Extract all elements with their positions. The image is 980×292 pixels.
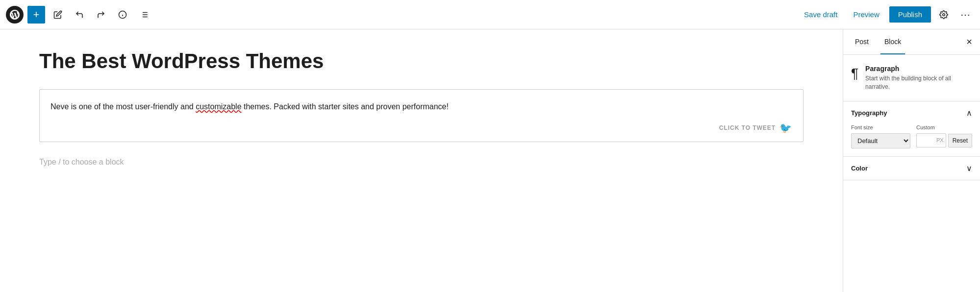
typography-section-header[interactable]: Typography ∧ bbox=[843, 101, 980, 124]
font-size-row: Font size Default Small Normal Medium La… bbox=[851, 124, 972, 148]
undo-icon bbox=[75, 10, 84, 19]
settings-button[interactable] bbox=[935, 6, 953, 24]
main-layout: The Best WordPress Themes Neve is one of… bbox=[0, 29, 980, 292]
typography-section: Typography ∧ Font size Default Small Nor… bbox=[843, 101, 980, 157]
spell-check-word: customizable bbox=[196, 102, 241, 111]
sidebar-tabs: Post Block × bbox=[843, 29, 980, 55]
editor-area: The Best WordPress Themes Neve is one of… bbox=[0, 29, 843, 292]
block-placeholder[interactable]: Type / to choose a block bbox=[39, 154, 804, 170]
custom-label: Custom bbox=[916, 124, 972, 130]
typography-section-title: Typography bbox=[851, 109, 887, 117]
paragraph-block-icon: ¶ bbox=[851, 66, 858, 81]
sidebar-close-button[interactable]: × bbox=[966, 36, 972, 48]
pencil-icon bbox=[53, 10, 62, 19]
click-to-tweet-label: CLICK TO TWEET bbox=[719, 124, 776, 131]
tab-block[interactable]: Block bbox=[880, 29, 905, 54]
color-chevron-icon: ∨ bbox=[966, 164, 972, 173]
tab-post[interactable]: Post bbox=[851, 29, 873, 54]
reset-button[interactable]: Reset bbox=[948, 134, 972, 147]
twitter-icon: 🐦 bbox=[779, 122, 792, 134]
more-options-button[interactable]: ⋯ bbox=[956, 7, 974, 23]
font-size-label: Font size bbox=[851, 124, 910, 130]
px-suffix-label: PX bbox=[934, 137, 946, 143]
color-section-header[interactable]: Color ∨ bbox=[843, 157, 980, 180]
redo-icon bbox=[97, 10, 105, 19]
post-title[interactable]: The Best WordPress Themes bbox=[39, 49, 804, 73]
topbar: + bbox=[0, 0, 980, 29]
sidebar: Post Block × ¶ Paragraph Start with the … bbox=[843, 29, 980, 292]
publish-button[interactable]: Publish bbox=[889, 6, 931, 23]
save-draft-button[interactable]: Save draft bbox=[798, 6, 843, 23]
click-to-tweet-row: CLICK TO TWEET 🐦 bbox=[50, 122, 792, 134]
color-section-title: Color bbox=[851, 165, 868, 172]
block-info-title: Paragraph bbox=[865, 65, 972, 73]
tweet-block: Neve is one of the most user-friendly an… bbox=[39, 89, 804, 142]
wp-logo-icon bbox=[10, 10, 20, 20]
custom-px-input[interactable] bbox=[917, 134, 934, 147]
preview-button[interactable]: Preview bbox=[847, 6, 885, 23]
custom-input-row: PX Reset bbox=[916, 133, 972, 147]
tweet-block-text: Neve is one of the most user-friendly an… bbox=[50, 100, 792, 113]
wp-logo bbox=[6, 6, 24, 24]
block-info-text: Paragraph Start with the building block … bbox=[865, 65, 972, 91]
edit-icon[interactable] bbox=[49, 6, 67, 24]
font-size-select[interactable]: Default Small Normal Medium Large Extra … bbox=[851, 133, 910, 148]
gear-icon bbox=[939, 10, 948, 19]
block-info-description: Start with the building block of all nar… bbox=[865, 74, 972, 91]
add-block-button[interactable]: + bbox=[27, 6, 45, 24]
typography-chevron-icon: ∧ bbox=[966, 108, 972, 118]
sidebar-block-info: ¶ Paragraph Start with the building bloc… bbox=[843, 55, 980, 101]
svg-point-9 bbox=[943, 13, 945, 16]
redo-button[interactable] bbox=[92, 6, 110, 24]
info-icon bbox=[118, 10, 127, 19]
list-view-button[interactable] bbox=[135, 6, 153, 24]
typography-section-content: Font size Default Small Normal Medium La… bbox=[843, 124, 980, 156]
color-section: Color ∨ bbox=[843, 157, 980, 180]
undo-button[interactable] bbox=[71, 6, 88, 24]
px-input-wrapper: PX bbox=[916, 133, 946, 147]
font-size-group: Font size Default Small Normal Medium La… bbox=[851, 124, 910, 148]
custom-group: Custom PX Reset bbox=[916, 124, 972, 147]
info-button[interactable] bbox=[114, 6, 131, 24]
list-icon bbox=[140, 10, 149, 19]
